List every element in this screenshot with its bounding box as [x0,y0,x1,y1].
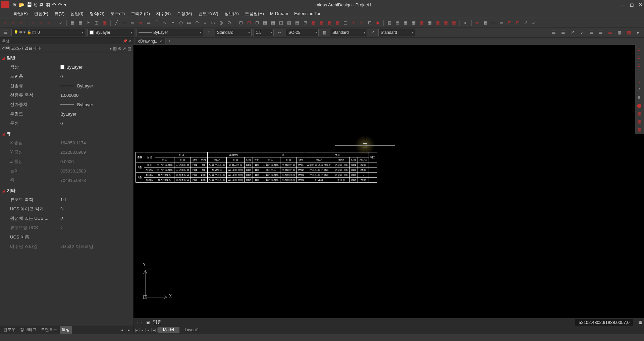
tool-icon[interactable]: ⊕ [635,94,643,101]
tool-icon[interactable]: ⊡ [635,54,643,61]
tool-icon[interactable]: ⊡ [302,19,309,26]
tool-icon[interactable]: ▦ [635,110,643,117]
tool-icon[interactable]: ▦ [434,19,441,26]
tool-icon[interactable]: ⟋ [9,19,17,26]
menu-insert[interactable]: 삽입(I) [70,11,83,17]
add-tab-icon[interactable]: + [166,39,173,44]
open-icon[interactable]: 📂 [19,2,24,7]
tool-icon[interactable]: ▤ [293,19,301,26]
mleader-icon[interactable]: ↗ [369,29,376,36]
menu-info[interactable]: 정보(A) [224,11,239,17]
maximize-icon[interactable]: ◻ [630,2,634,7]
select-icon[interactable]: ⊕ [118,46,121,51]
textstyle-combo[interactable]: Standard [215,29,252,36]
line-icon[interactable]: ╱ [113,19,120,26]
menu-help[interactable]: 도움말(H) [245,11,264,17]
tool-icon[interactable]: ▤ [394,19,401,26]
tool-icon[interactable]: ↗ [569,29,576,36]
command-line[interactable]: ⋮⋮ ▣ 명령 : 52102.4802,91888.0057,0 ▦ [133,318,644,326]
save-icon[interactable]: 💾 [26,2,32,7]
tool-icon[interactable]: ⟋ [1,19,9,26]
canvas[interactable]: 층별실명바닥걸레받이벽천정비고마감바탕상세두께마감바탕상세높이마감바탕상세마감바… [133,45,644,318]
tool-icon[interactable]: ⊡ [506,19,513,26]
dimstyle-combo[interactable]: ISO-25 [285,29,319,36]
tool-icon[interactable]: ⊡ [237,19,245,26]
arc-icon[interactable]: ⌒ [153,19,160,26]
tool-icon[interactable]: ▦ [334,19,341,26]
tab-next-icon[interactable]: ▸ [126,327,132,333]
tool-icon[interactable]: ▭ [145,19,152,26]
tab-drawelem[interactable]: 도면요소 [39,326,59,334]
menu-view[interactable]: 뷰(V) [54,11,64,17]
linetype-combo[interactable]: ByLayer [136,29,203,36]
menu-mdream[interactable]: M-Dream [270,11,288,16]
polygon-icon[interactable]: ⬠ [177,19,184,26]
tool-icon[interactable]: ☰ [588,29,595,36]
tool-icon[interactable]: ⊡ [245,19,253,26]
tool-icon[interactable]: ▦ [326,19,333,26]
tool-icon[interactable]: ↘ [635,78,643,85]
tool-icon[interactable]: ◆ [374,19,381,26]
donut-icon[interactable]: ◎ [217,19,225,26]
tab-window[interactable]: 윈도우 [1,326,17,334]
tool-icon[interactable]: ☰ [606,29,614,36]
tool-icon[interactable]: ▦ [426,19,433,26]
tool-icon[interactable]: ≡ [474,19,481,26]
tool-icon[interactable]: — [490,19,497,26]
tool-icon[interactable]: ⟋ [17,19,25,26]
tab-model[interactable]: Model [158,327,179,333]
tool-icon[interactable]: ▦ [69,19,76,26]
doc-tab[interactable]: cDrawing1✕ [135,38,166,44]
menu-file[interactable]: 파일(F) [13,11,28,17]
menu-extension[interactable]: Extension Tool [294,11,322,16]
tool-icon[interactable]: ⟋ [29,19,37,26]
table-icon[interactable]: ▦ [321,29,328,36]
filter-icon[interactable]: ▤ [127,46,131,51]
tool-icon[interactable]: ▦ [77,19,84,26]
mleader-combo[interactable]: Standard [378,29,415,36]
first-icon[interactable]: |◂ [133,328,140,332]
tool-icon[interactable]: ↙ [578,29,586,36]
redo-icon[interactable]: ↷ [58,2,62,7]
tool-icon[interactable]: ⊡ [366,19,373,26]
section-misc[interactable]: ◢기타 [0,186,133,195]
tool-icon[interactable]: — [121,19,128,26]
undo-icon[interactable]: ↶ [52,2,56,7]
menu-draw[interactable]: 그리기(D) [131,11,150,17]
tab-infotag[interactable]: 정보태그 [18,326,38,334]
tool-icon[interactable]: ⊡ [635,62,643,69]
drag-handle-icon[interactable]: ⋮⋮ [136,320,144,325]
tool-icon[interactable]: ✂ [85,19,92,26]
tool-icon[interactable]: ═ [498,19,505,26]
tool-icon[interactable]: ▦ [442,19,449,26]
circle-icon[interactable]: ○ [201,19,209,26]
tool-icon[interactable]: ▦ [450,19,458,26]
ellipse-icon[interactable]: ⬭ [209,19,217,26]
panel-close-icon[interactable]: ✕ [129,39,132,43]
tool-icon[interactable]: ≡ [137,19,144,26]
section-general[interactable]: ◢일반 [0,54,133,62]
tool-icon[interactable]: ▦ [310,19,317,26]
tool-icon[interactable]: ▦ [635,118,643,125]
tool-icon[interactable]: ◫ [277,19,285,26]
tool-icon[interactable]: ▦ [318,19,325,26]
menu-format[interactable]: 형식(O) [90,11,105,17]
tool-icon[interactable]: ☰ [550,29,557,36]
tool-icon[interactable]: ↗ [635,86,643,93]
tool-icon[interactable]: ↙ [530,19,537,26]
new-icon[interactable]: 🗎 [12,2,17,7]
tool-icon[interactable]: ▦ [402,19,409,26]
tool-icon[interactable]: ⊹ [358,19,365,26]
prev-icon[interactable]: ◂ [140,328,146,332]
arc-icon[interactable]: ◠ [193,19,201,26]
tool-icon[interactable]: ▢ [342,19,349,26]
tab-layout1[interactable]: Layout1 [179,327,205,333]
last-icon[interactable]: ▸| [152,328,158,332]
tool-icon[interactable]: ⊹ [350,19,357,26]
tab-prev-icon[interactable]: ◂ [119,327,125,333]
text-icon[interactable]: T [205,29,213,36]
dim-icon[interactable]: ↔ [276,29,283,36]
tool-icon[interactable]: ▦ [482,19,489,26]
menu-modify[interactable]: 수정(M) [177,11,192,17]
section-view[interactable]: ◢뷰 [0,129,133,138]
